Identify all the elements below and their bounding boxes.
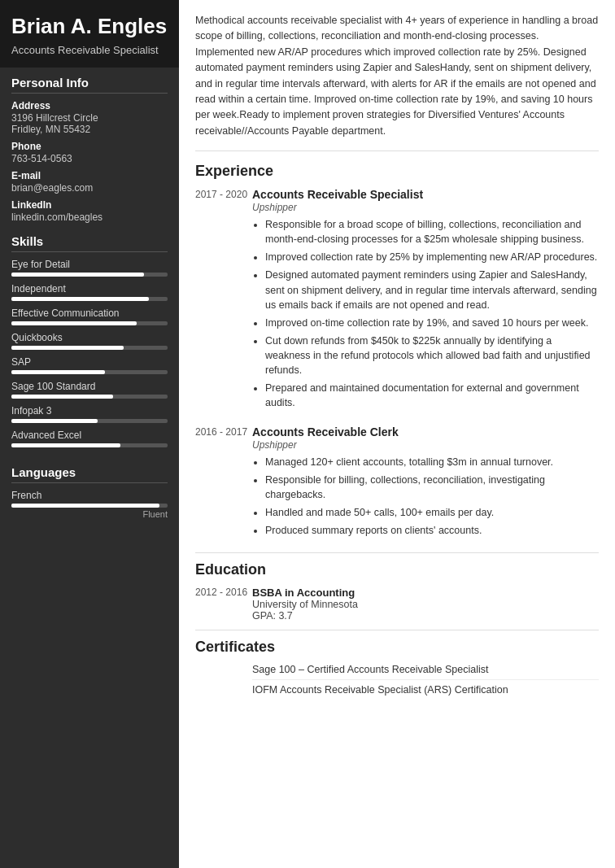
bullet-item: Produced summary reports on clients' acc… <box>265 523 599 538</box>
jobs-list: 2017 - 2020 Accounts Receivable Speciali… <box>195 188 599 541</box>
skill-name: Quickbooks <box>11 332 168 343</box>
skill-item: SAP <box>11 356 168 374</box>
skill-name: Advanced Excel <box>11 430 168 441</box>
edu-school: University of Minnesota <box>252 599 599 610</box>
cert-divider <box>195 630 599 630</box>
certificates-heading: Certificates <box>195 639 599 656</box>
skill-name: Independent <box>11 283 168 294</box>
skill-bar-fill <box>11 346 124 350</box>
edu-degree: BSBA in Accounting <box>252 587 599 599</box>
job-company: Upshipper <box>252 202 599 213</box>
skill-name: Eye for Detail <box>11 259 168 270</box>
job-title: Accounts Receivable Clerk <box>252 425 599 438</box>
job-item: 2017 - 2020 Accounts Receivable Speciali… <box>195 188 599 414</box>
skill-name: Sage 100 Standard <box>11 381 168 392</box>
skill-item: Effective Communication <box>11 308 168 325</box>
certificate-item: IOFM Accounts Receivable Specialist (ARS… <box>252 684 599 700</box>
education-section: Education 2012 - 2016 BSBA in Accounting… <box>195 561 599 622</box>
skills-list: Eye for Detail Independent Effective Com… <box>11 259 168 447</box>
edu-divider <box>195 552 599 553</box>
skill-item: Advanced Excel <box>11 430 168 447</box>
experience-heading: Experience <box>195 163 599 180</box>
edu-dates: 2012 - 2016 <box>195 587 252 622</box>
language-bar-fill <box>11 504 159 508</box>
bullet-item: Responsible for billing, collections, re… <box>265 473 599 502</box>
edu-gpa: GPA: 3.7 <box>252 610 599 622</box>
skill-bar-fill <box>11 443 120 447</box>
bullet-item: Managed 120+ client accounts, totalling … <box>265 455 599 469</box>
skill-item: Independent <box>11 283 168 301</box>
job-bullets: Managed 120+ client accounts, totalling … <box>252 455 599 539</box>
job-company: Upshipper <box>252 439 599 451</box>
skill-bar-bg <box>11 297 168 301</box>
phone-value: 763-514-0563 <box>11 153 168 164</box>
skill-item: Sage 100 Standard <box>11 381 168 399</box>
job-title: Accounts Receivable Specialist <box>252 188 599 201</box>
skill-bar-bg <box>11 346 168 350</box>
language-level: Fluent <box>11 509 168 519</box>
bullet-item: Prepared and maintained documentation fo… <box>265 381 599 410</box>
language-item: French Fluent <box>11 490 168 519</box>
skill-bar-bg <box>11 419 168 423</box>
skills-section: Skills Eye for Detail Independent Effect… <box>0 226 179 457</box>
bullet-item: Responsible for a broad scope of billing… <box>265 217 599 246</box>
bullet-item: Handled and made 50+ calls, 100+ emails … <box>265 505 599 520</box>
bullet-item: Designed automated payment reminders usi… <box>265 268 599 312</box>
skill-bar-bg <box>11 395 168 399</box>
skills-heading: Skills <box>11 234 168 252</box>
sidebar: Brian A. Engles Accounts Receivable Spec… <box>0 0 179 868</box>
skill-bar-bg <box>11 321 168 325</box>
skill-bar-bg <box>11 370 168 374</box>
certificate-item: Sage 100 – Certified Accounts Receivable… <box>252 664 599 680</box>
certificates-list: Sage 100 – Certified Accounts Receivable… <box>195 664 599 700</box>
bullet-item: Improved on-time collection rate by 19%,… <box>265 316 599 330</box>
language-bar-bg <box>11 504 168 508</box>
job-item: 2016 - 2017 Accounts Receivable Clerk Up… <box>195 425 599 542</box>
sidebar-header: Brian A. Engles Accounts Receivable Spec… <box>0 0 179 68</box>
education-list: 2012 - 2016 BSBA in Accounting Universit… <box>195 587 599 622</box>
candidate-title: Accounts Receivable Specialist <box>11 44 168 56</box>
personal-info-heading: Personal Info <box>11 76 168 94</box>
education-item: 2012 - 2016 BSBA in Accounting Universit… <box>195 587 599 622</box>
address-label: Address <box>11 100 168 111</box>
main-content: Methodical accounts receivable specialis… <box>179 0 615 868</box>
job-bullets: Responsible for a broad scope of billing… <box>252 217 599 411</box>
resume-container: Brian A. Engles Accounts Receivable Spec… <box>0 0 615 868</box>
languages-heading: Languages <box>11 465 168 483</box>
languages-list: French Fluent <box>11 490 168 519</box>
skill-name: SAP <box>11 356 168 368</box>
email-value: brian@eagles.com <box>11 182 168 194</box>
skill-name: Effective Communication <box>11 308 168 319</box>
languages-section: Languages French Fluent <box>0 457 179 526</box>
skill-bar-fill <box>11 273 144 277</box>
skill-bar-fill <box>11 370 105 374</box>
edu-content: BSBA in Accounting University of Minneso… <box>252 587 599 622</box>
skill-item: Quickbooks <box>11 332 168 350</box>
email-label: E-mail <box>11 170 168 181</box>
bullet-item: Improved collection rate by 25% by imple… <box>265 250 599 264</box>
skill-item: Eye for Detail <box>11 259 168 277</box>
education-heading: Education <box>195 561 599 578</box>
skill-bar-fill <box>11 395 113 399</box>
bullet-item: Cut down refunds from $450k to $225k ann… <box>265 334 599 377</box>
skill-item: Infopak 3 <box>11 405 168 423</box>
certificates-section: Certificates Sage 100 – Certified Accoun… <box>195 639 599 700</box>
skill-bar-bg <box>11 443 168 447</box>
experience-section: Experience 2017 - 2020 Accounts Receivab… <box>195 163 599 541</box>
job-dates: 2016 - 2017 <box>195 425 252 542</box>
candidate-name: Brian A. Engles <box>11 15 168 39</box>
linkedin-label: LinkedIn <box>11 199 168 211</box>
phone-label: Phone <box>11 141 168 152</box>
job-content: Accounts Receivable Clerk Upshipper Mana… <box>252 425 599 542</box>
address-value: 3196 Hillcrest CircleFridley, MN 55432 <box>11 112 168 135</box>
summary-text: Methodical accounts receivable specialis… <box>195 13 599 151</box>
linkedin-value: linkedin.com/beagles <box>11 212 168 223</box>
language-name: French <box>11 490 168 501</box>
skill-bar-fill <box>11 297 149 301</box>
skill-name: Infopak 3 <box>11 405 168 417</box>
personal-info-section: Personal Info Address 3196 Hillcrest Cir… <box>0 68 179 226</box>
skill-bar-fill <box>11 419 98 423</box>
job-dates: 2017 - 2020 <box>195 188 252 414</box>
skill-bar-fill <box>11 321 137 325</box>
job-content: Accounts Receivable Specialist Upshipper… <box>252 188 599 414</box>
